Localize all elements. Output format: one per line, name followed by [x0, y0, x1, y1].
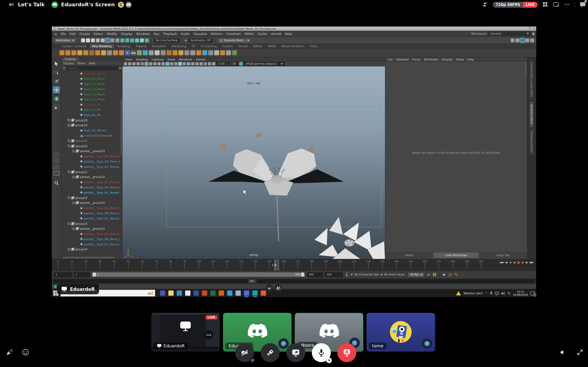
menu-item[interactable]: Arnold: [271, 32, 281, 35]
viewport-menu-item[interactable]: Panels: [196, 58, 205, 61]
shelf-tool-icon[interactable]: [179, 50, 183, 55]
paint-select-tool[interactable]: [53, 78, 60, 84]
shelf-tool-icon[interactable]: [220, 50, 225, 55]
outliner-item[interactable]: − group21: [61, 169, 122, 175]
shelf-tool-icon[interactable]: [83, 50, 88, 55]
viewport-menu-item[interactable]: Shading: [136, 58, 148, 61]
rotate-tool[interactable]: [53, 95, 60, 102]
tray-volume-icon[interactable]: [501, 292, 505, 295]
menu-item[interactable]: Create: [79, 32, 90, 35]
disconnect-button[interactable]: [337, 343, 356, 362]
menu-item[interactable]: MASH: [245, 32, 254, 35]
viewport-toolbar-icon[interactable]: [174, 62, 177, 65]
command-feedback[interactable]: [257, 279, 535, 283]
outliner-item[interactable]: − group20: [61, 143, 122, 149]
chevron-down-icon[interactable]: [185, 40, 187, 41]
transport-button[interactable]: |◀: [505, 261, 507, 264]
character-set-icon[interactable]: [345, 272, 349, 277]
viewport-toolbar-icon[interactable]: [141, 62, 144, 65]
taskbar-app-icon[interactable]: [160, 291, 165, 296]
status-line-icon[interactable]: [115, 38, 119, 42]
outliner-item[interactable]: − group23: [61, 221, 122, 226]
transport-button[interactable]: |▶: [522, 261, 524, 264]
chat-icon[interactable]: [579, 1, 586, 8]
viewport-toolbar-icon[interactable]: [145, 62, 148, 65]
invite-people-icon[interactable]: [482, 1, 488, 8]
outliner-menu-item[interactable]: Show: [77, 61, 85, 65]
taskbar-app-icon[interactable]: [202, 291, 207, 296]
shelf-tool-icon[interactable]: [143, 50, 148, 55]
attribute-editor-button[interactable]: Select: [386, 252, 432, 258]
voice-channel-name[interactable]: Let's Talk: [18, 2, 45, 7]
viewport-canvas[interactable]: 960 x 540: [122, 67, 385, 259]
user-account-chip[interactable]: Eduardo Rodr...: [217, 38, 251, 43]
panel-layout-icon[interactable]: [530, 38, 534, 42]
panel-layout-icon[interactable]: [516, 38, 519, 42]
outliner-item[interactable]: Type_A3_Mv: [61, 112, 122, 118]
taskbar-app-icon[interactable]: [194, 291, 199, 296]
shelf-tab[interactable]: MASH: [266, 44, 279, 48]
outliner-item[interactable]: + group18: [61, 117, 122, 123]
outliner-menu-item[interactable]: Display: [63, 61, 74, 65]
participants-toggle-button[interactable]: [274, 284, 282, 292]
camera-toggle-button[interactable]: [235, 343, 254, 362]
viewport-menu-item[interactable]: Renderer: [179, 58, 192, 61]
shelf-tool-icon[interactable]: [190, 50, 195, 55]
shelf-tool-icon[interactable]: [101, 50, 106, 55]
shelf-tab[interactable]: FX: [189, 44, 198, 48]
shelf-tab[interactable]: Rendering: [169, 44, 189, 48]
shelf-tab[interactable]: Custom: [220, 44, 235, 48]
playback-speed-icon[interactable]: [448, 272, 452, 277]
outliner-item[interactable]: pasted__Type_A1_Move1: [61, 216, 122, 221]
minimize-button[interactable]: –: [525, 27, 526, 30]
attribute-editor-menu-item[interactable]: Selected: [396, 58, 409, 61]
viewport-toolbar-icon[interactable]: [157, 62, 161, 65]
attribute-editor-button[interactable]: Copy Tab: [480, 252, 526, 258]
transport-button[interactable]: ■: [517, 261, 519, 264]
move-tool[interactable]: [53, 86, 60, 93]
tray-mic-icon[interactable]: [490, 292, 493, 295]
taskbar-time[interactable]: 22:21: [513, 290, 528, 293]
outliner-item[interactable]: pasted__Type_A6_Move_t: [61, 236, 122, 242]
status-line-icon[interactable]: [86, 38, 90, 42]
taskbar-app-icon[interactable]: [235, 291, 241, 296]
outliner-item[interactable]: pasted__Type_A1_Move1: [61, 190, 122, 195]
weather-alert-label[interactable]: Weather alert: [463, 292, 483, 295]
panel-layout-icon[interactable]: [525, 38, 529, 42]
shelf-tool-icon[interactable]: [60, 50, 64, 55]
viewport-toolbar-icon[interactable]: [199, 62, 203, 65]
viewport-toolbar-icon[interactable]: [132, 62, 135, 65]
command-language-label[interactable]: MEL: [250, 280, 255, 283]
range-end-handle[interactable]: [301, 273, 304, 276]
panel-layout-icon[interactable]: [511, 38, 515, 42]
menu-set-dropdown[interactable]: Animation: [54, 38, 76, 43]
outliner-item[interactable]: + group19: [61, 138, 122, 143]
shelf-tab[interactable]: Bifrost: [251, 44, 265, 48]
streamer-avatar[interactable]: [51, 1, 58, 8]
shelf-tab[interactable]: Animation: [149, 44, 169, 48]
tray-expand-icon[interactable]: ⌃: [485, 292, 488, 295]
status-line-icon[interactable]: [130, 38, 134, 42]
shelf-tool-icon[interactable]: [161, 50, 165, 55]
activity-badge[interactable]: [278, 338, 289, 349]
status-line-icon[interactable]: [96, 38, 100, 42]
shelf-tab[interactable]: Sculpting: [115, 44, 133, 48]
close-button[interactable]: ✕: [533, 27, 535, 30]
outliner-item[interactable]: motionTrail1Handle: [61, 133, 122, 138]
shelf-tab[interactable]: Curves / Surfaces: [60, 44, 89, 48]
viewport-toolbar-icon[interactable]: [153, 62, 156, 65]
outliner-item[interactable]: + group16: [61, 123, 122, 128]
taskbar-app-icon[interactable]: [244, 291, 249, 296]
character-set-selector[interactable]: No Character Set: [355, 273, 379, 276]
outliner-item[interactable]: − pasted__group19: [61, 200, 122, 206]
chevron-down-icon[interactable]: [119, 68, 121, 69]
status-line-icon[interactable]: [125, 38, 129, 42]
shelf-tab[interactable]: Rigging: [133, 44, 149, 48]
attribute-editor-menu-item[interactable]: Attributes: [424, 58, 438, 61]
outliner-item[interactable]: − group22: [61, 195, 122, 200]
auto-keyframe-icon[interactable]: [432, 272, 436, 277]
shelf-tool-icon[interactable]: [95, 50, 100, 55]
viewport-toolbar-icon[interactable]: [162, 62, 165, 65]
shelf-tool-icon[interactable]: [155, 50, 160, 55]
outliner-horizontal-scrollbar[interactable]: [63, 257, 115, 258]
